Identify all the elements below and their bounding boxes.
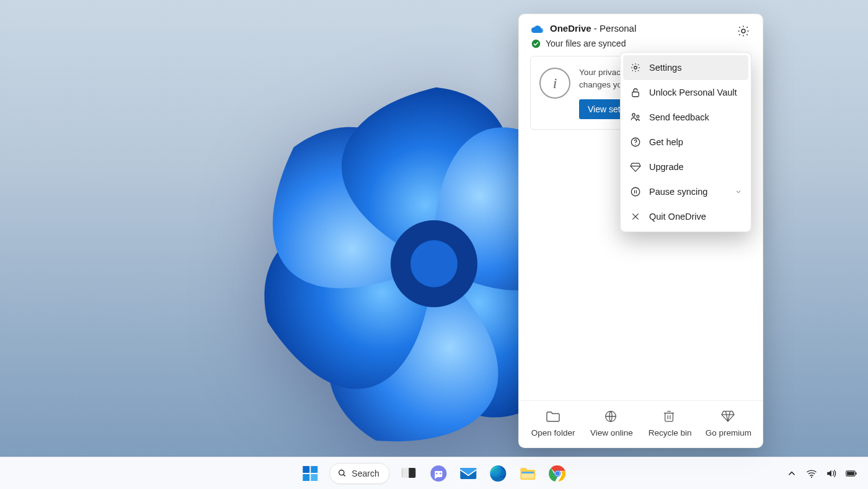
svg-point-22 [440, 472, 441, 473]
gear-icon [629, 61, 642, 74]
pause-icon [629, 186, 642, 198]
footer-label: Recycle bin [649, 428, 692, 437]
footer-label: Open folder [531, 428, 575, 437]
onedrive-cloud-icon [530, 24, 544, 34]
svg-point-31 [811, 476, 812, 477]
svg-rect-7 [632, 92, 639, 97]
svg-point-21 [436, 472, 437, 473]
svg-rect-19 [402, 468, 409, 478]
svg-rect-13 [303, 466, 309, 473]
menu-item-send-feedback[interactable]: Send feedback [623, 105, 748, 130]
taskbar-tray [786, 468, 857, 479]
folder-icon [546, 410, 560, 423]
settings-gear-button[interactable] [733, 20, 754, 42]
mail-button[interactable] [458, 463, 479, 484]
menu-item-label: Unlock Personal Vault [649, 87, 737, 97]
view-online-button[interactable]: View online [587, 410, 636, 437]
menu-item-label: Get help [649, 137, 683, 147]
menu-item-unlock-vault[interactable]: Unlock Personal Vault [623, 80, 748, 105]
chevron-down-icon [735, 188, 742, 195]
help-icon [629, 136, 642, 148]
sync-ok-icon [531, 39, 541, 48]
svg-rect-26 [522, 472, 534, 473]
info-icon: i [539, 68, 570, 99]
svg-point-12 [631, 187, 640, 196]
open-folder-button[interactable]: Open folder [528, 410, 578, 437]
svg-rect-5 [665, 413, 673, 422]
chat-button[interactable] [428, 463, 450, 484]
svg-point-8 [632, 114, 636, 117]
trash-icon [663, 410, 678, 423]
diamond-icon [721, 410, 736, 423]
svg-rect-34 [856, 472, 857, 474]
taskbar: Search [0, 457, 868, 489]
svg-rect-33 [847, 472, 854, 475]
go-premium-button[interactable]: Go premium [704, 410, 753, 437]
menu-item-quit[interactable]: Quit OneDrive [623, 204, 748, 229]
taskbar-search[interactable]: Search [329, 463, 389, 484]
menu-item-pause-syncing[interactable]: Pause syncing [623, 179, 748, 204]
footer-label: View online [590, 428, 633, 437]
settings-dropdown: Settings Unlock Personal Vault Send feed… [620, 52, 751, 232]
start-button[interactable] [299, 463, 321, 484]
svg-rect-15 [303, 474, 309, 481]
menu-item-settings[interactable]: Settings [623, 55, 748, 80]
menu-item-upgrade[interactable]: Upgrade [623, 155, 748, 179]
svg-rect-16 [311, 474, 317, 481]
svg-point-17 [339, 470, 344, 475]
chrome-button[interactable] [547, 463, 569, 484]
svg-point-1 [410, 240, 458, 287]
svg-point-9 [637, 115, 639, 118]
search-icon [337, 469, 347, 478]
svg-point-6 [634, 66, 637, 70]
svg-point-2 [742, 29, 745, 33]
close-icon [629, 210, 642, 223]
menu-item-label: Quit OneDrive [649, 212, 706, 222]
feedback-icon [629, 111, 642, 123]
menu-item-label: Settings [649, 63, 681, 73]
svg-rect-14 [311, 466, 317, 473]
battery-icon[interactable] [846, 468, 857, 479]
diamond-icon [629, 161, 642, 173]
unlock-icon [629, 86, 642, 99]
search-label: Search [352, 469, 379, 478]
onedrive-footer: Open folder View online Recycle bin Go p… [519, 400, 763, 447]
menu-item-label: Upgrade [649, 162, 684, 172]
footer-label: Go premium [706, 428, 751, 437]
menu-item-label: Send feedback [649, 112, 709, 122]
taskview-button[interactable] [399, 463, 420, 484]
file-explorer-button[interactable] [518, 463, 539, 484]
menu-item-get-help[interactable]: Get help [623, 130, 748, 155]
menu-item-label: Pause syncing [649, 187, 707, 197]
globe-icon [604, 410, 619, 423]
svg-point-11 [635, 144, 636, 145]
volume-icon[interactable] [826, 468, 837, 479]
wifi-icon[interactable] [806, 468, 817, 479]
tray-overflow-button[interactable] [786, 468, 797, 479]
onedrive-header: OneDrive - Personal [519, 14, 763, 38]
taskbar-center: Search [299, 463, 568, 484]
sync-status-text: Your files are synced [546, 38, 626, 48]
recycle-bin-button[interactable]: Recycle bin [645, 410, 695, 437]
svg-point-30 [556, 471, 560, 475]
edge-button[interactable] [488, 463, 509, 484]
onedrive-title: OneDrive - Personal [550, 23, 636, 34]
